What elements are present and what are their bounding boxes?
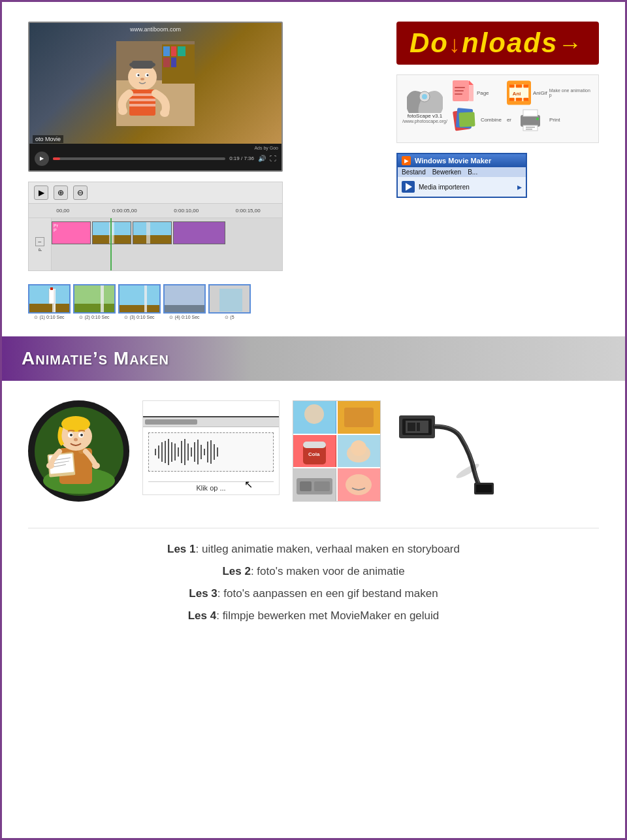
svg-rect-30 [29, 304, 71, 314]
lesson-4-text: : filmpje bewerken met MovieMaker en gel… [216, 609, 439, 622]
track-expand-button[interactable]: − [35, 237, 44, 246]
menu-b[interactable]: B... [468, 169, 477, 176]
svg-rect-64 [516, 98, 522, 101]
photoscape-icon-svg [407, 80, 443, 113]
audio-scrollbar [143, 417, 279, 427]
downloads-text-nloads: nloads [462, 27, 558, 58]
svg-rect-54 [455, 93, 462, 95]
menu-bestand[interactable]: Bestand [402, 169, 426, 176]
volume-icon[interactable]: 🔊 [258, 155, 266, 162]
svg-point-94 [92, 462, 100, 469]
audio-waveform-area [148, 432, 274, 472]
timeline-zoom-out-button[interactable]: ⊖ [73, 186, 88, 200]
sb-cell-1-svg [293, 401, 336, 434]
page-label: Page [477, 90, 489, 96]
software-icons-panel: fotoScape v3.1 /www.photoscape.org/ [396, 74, 599, 143]
fullscreen-icon[interactable]: ⛶ [270, 155, 276, 162]
svg-rect-6 [163, 57, 170, 67]
film-caption-5: ⊙ (5 [225, 315, 234, 320]
video-ads: Ads by Goo [254, 146, 278, 150]
video-player[interactable]: www.antiboom.com [28, 22, 283, 172]
video-progress-fill [53, 157, 60, 160]
sb-cell-2-svg [338, 401, 380, 434]
film-caption-4: ⊙ (4) 0:10 Sec [169, 315, 199, 320]
svg-rect-139 [344, 408, 374, 427]
film-thumb-4-svg [165, 285, 206, 314]
video-controls[interactable]: ▶ 0:19 / 7:36 🔊 ⛶ [29, 144, 281, 172]
combine-label: Combine [481, 117, 502, 123]
moviemaker-titlebar: ▶ Windows Movie Maker [398, 154, 526, 167]
track-clip-1[interactable] [92, 221, 131, 244]
lesson-4-bold: Les 4 [188, 609, 216, 622]
track-clip-2[interactable] [133, 221, 172, 244]
svg-rect-52 [455, 87, 465, 88]
menu-bewerken[interactable]: Bewerken [432, 169, 461, 176]
svg-rect-63 [509, 98, 515, 101]
svg-point-21 [160, 109, 169, 117]
audio-editor-image: ↖ Klik op ... [142, 400, 280, 495]
svg-rect-53 [455, 90, 464, 91]
svg-point-93 [46, 462, 54, 469]
storyboard-cell-4 [338, 435, 381, 468]
film-thumb-4 [163, 284, 206, 314]
downloads-text-do: Do [410, 27, 449, 58]
downloads-title: Do↓nloads→ [410, 29, 586, 57]
svg-rect-5 [178, 46, 185, 56]
svg-point-152 [346, 474, 372, 495]
storyboard-grid: Cola [293, 400, 381, 502]
svg-rect-68 [523, 110, 538, 116]
svg-point-13 [138, 74, 140, 76]
svg-point-15 [140, 78, 144, 80]
ruler-mark-2: 0:00:10,00 [155, 208, 217, 214]
sw-icons-column: Page Combine [453, 80, 502, 132]
film-caption-1: ⊙ (1) 0:10 Sec [34, 315, 64, 320]
mm-media-text[interactable]: Media importeren [419, 184, 470, 191]
svg-rect-27 [133, 235, 171, 244]
video-play-button[interactable]: ▶ [35, 152, 49, 166]
svg-rect-37 [101, 285, 104, 314]
moviemaker-content: Media importeren ▸ [398, 177, 526, 197]
svg-rect-33 [49, 289, 54, 304]
svg-rect-69 [523, 125, 538, 131]
svg-rect-19 [129, 104, 155, 106]
svg-rect-71 [526, 127, 535, 128]
svg-rect-159 [476, 485, 492, 493]
video-screen: www.antiboom.com [29, 23, 281, 144]
left-panel: www.antiboom.com [28, 22, 377, 323]
track-clip-purple[interactable] [173, 221, 225, 244]
moviemaker-menubar[interactable]: Bestand Bewerken B... [398, 167, 526, 177]
timeline-tracks: − P PrP [29, 218, 282, 270]
svg-point-86 [80, 434, 83, 436]
svg-rect-149 [300, 481, 312, 491]
audio-scrollbar-track [145, 419, 197, 425]
storyboard-cell-2 [338, 401, 381, 434]
film-caption-3: ⊙ (3) 0:10 Sec [124, 315, 154, 320]
photoscape-name: fotoScape v3.1 [408, 113, 442, 119]
usb-cable-svg [396, 406, 513, 497]
sb-cell-4-svg [338, 435, 380, 468]
svg-rect-65 [523, 98, 528, 101]
svg-rect-61 [516, 84, 522, 88]
tracks-area: PrP [52, 218, 282, 270]
svg-rect-25 [112, 222, 114, 244]
svg-point-82 [61, 416, 90, 432]
er-label: er [507, 117, 511, 123]
timeline-zoom-in-button[interactable]: ⊕ [54, 186, 68, 200]
svg-rect-51 [469, 85, 474, 101]
lesson-2-text: : foto's maken voor de animatie [251, 565, 405, 577]
film-thumb-5 [208, 284, 251, 314]
lesson-4-line: Les 4: filmpje bewerken met MovieMaker e… [28, 605, 599, 627]
svg-rect-157 [417, 423, 420, 431]
lesson-1-text: : uitleg animatie maken, verhaal maken e… [196, 543, 460, 555]
svg-rect-3 [163, 46, 170, 56]
svg-rect-156 [408, 423, 415, 431]
lesson-2-bold: Les 2 [222, 565, 250, 577]
video-progress-bar[interactable] [53, 157, 225, 160]
timeline-play-button[interactable]: ▶ [34, 186, 48, 200]
storyboard-cell-1 [293, 401, 336, 434]
track-clip-pink[interactable]: PrP [52, 221, 91, 244]
filmstrip: ⊙ (1) 0:10 Sec ⊙ (2) 0:10 Sec [28, 281, 377, 323]
film-thumb-1-svg [29, 285, 71, 314]
print-icon-svg [518, 107, 543, 132]
sw-icons-column-2: Ani AniGif Make one animation p er [507, 80, 593, 132]
